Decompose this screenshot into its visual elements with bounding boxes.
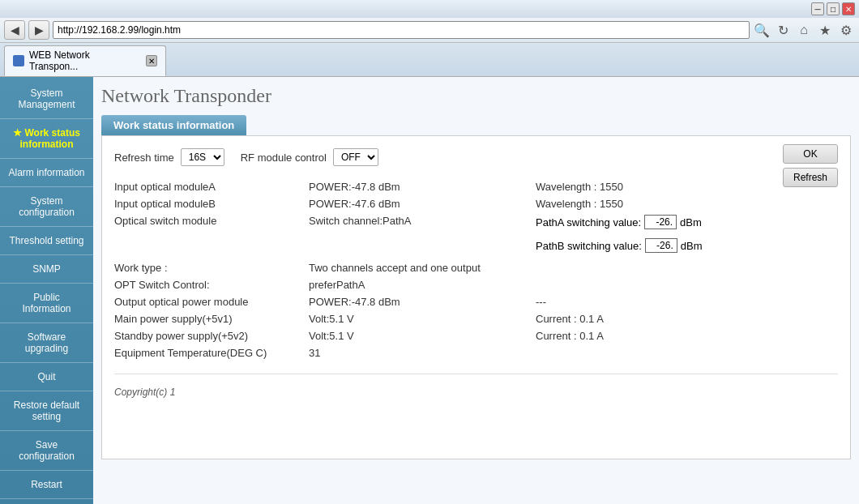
action-buttons-area: OK Refresh (783, 144, 838, 187)
title-bar: ─ □ ✕ (0, 0, 859, 18)
temp-label: Equipment Temperature(DEG C) (114, 347, 309, 359)
rf-module-label: RF module control (241, 152, 327, 164)
sidebar-item-restart[interactable]: Restart (0, 472, 93, 497)
sidebar-item-software[interactable]: Software upgrading (0, 325, 93, 361)
output-optical-value: POWER:-47.8 dBm (309, 296, 400, 308)
work-type-value: Two channels accept and one output (309, 262, 481, 274)
sidebar-item-quit[interactable]: Quit (0, 365, 93, 389)
main-power-value: Volt:5.1 V (309, 313, 354, 325)
output-optical-label: Output optical power module (114, 296, 309, 308)
refresh-button[interactable]: Refresh (783, 168, 838, 187)
sidebar-item-alarm[interactable]: Alarm information (0, 160, 93, 185)
refresh-browser-icon[interactable]: ↻ (774, 21, 792, 39)
back-button[interactable]: ◀ (4, 20, 25, 40)
content-body: Refresh time 8S 16S 32S 64S RF module co… (101, 135, 851, 459)
browser-tab-bar: WEB Network Transpon... ✕ (0, 43, 859, 76)
optical-b-value: POWER:-47.6 dBm (309, 198, 400, 210)
sidebar-item-threshold[interactable]: Threshold setting (0, 229, 93, 253)
standby-power-value: Volt:5.1 V (309, 330, 354, 342)
path-b-input[interactable] (645, 238, 677, 253)
wavelength-b-value: Wavelength : 1550 (536, 198, 623, 210)
refresh-time-select[interactable]: 8S 16S 32S 64S (181, 148, 224, 166)
opt-switch-value: preferPathA (309, 279, 365, 291)
row-standby-power: Standby power supply(+5v2) Volt:5.1 V Cu… (114, 327, 838, 344)
row-main-power: Main power supply(+5v1) Volt:5.1 V Curre… (114, 310, 838, 327)
path-b-label: PathB switching value: (536, 240, 642, 252)
tools-icon[interactable]: ⚙ (837, 21, 855, 39)
row-optical-b: Input optical moduleB POWER:-47.6 dBm Wa… (114, 195, 838, 212)
nav-bar: ◀ ▶ 🔍 ↻ ⌂ ★ ⚙ (0, 18, 859, 43)
main-power-current: Current : 0.1 A (536, 313, 604, 325)
wavelength-a-value: Wavelength : 1550 (536, 181, 623, 193)
sidebar-item-restore[interactable]: Restore default setting (0, 393, 93, 429)
optical-b-label: Input optical moduleB (114, 198, 309, 210)
home-icon[interactable]: ⌂ (795, 21, 813, 39)
divider (114, 374, 838, 374)
tab-favicon (13, 55, 24, 66)
row-work-type: Work type : Two channels accept and one … (114, 259, 838, 276)
info-table: Input optical moduleA POWER:-47.8 dBm Wa… (114, 178, 838, 361)
sidebar-item-system-config[interactable]: System configuration (0, 189, 93, 224)
tab-close-button[interactable]: ✕ (146, 55, 157, 66)
main-power-label: Main power supply(+5v1) (114, 313, 309, 325)
forward-button[interactable]: ▶ (28, 20, 49, 40)
sidebar-item-work-status[interactable]: ★ Work status information (0, 121, 93, 156)
page-title: Network Transponder (101, 85, 851, 107)
standby-power-label: Standby power supply(+5v2) (114, 330, 309, 342)
optical-a-label: Input optical moduleA (114, 181, 309, 193)
tab-label: WEB Network Transpon... (29, 49, 141, 72)
active-tab[interactable]: WEB Network Transpon... ✕ (4, 45, 166, 76)
work-type-label: Work type : (114, 262, 309, 274)
minimize-button[interactable]: ─ (811, 2, 824, 15)
work-status-tab[interactable]: Work status information (101, 115, 246, 135)
path-a-input[interactable] (644, 215, 677, 229)
optical-a-value: POWER:-47.8 dBm (309, 181, 400, 193)
sidebar-item-save[interactable]: Save configuration (0, 433, 93, 468)
rf-module-select[interactable]: OFF ON (333, 148, 378, 166)
maximize-button[interactable]: □ (827, 2, 840, 15)
row-output-optical: Output optical power module POWER:-47.8 … (114, 293, 838, 310)
row-switch: Optical switch module Switch channel:Pat… (114, 212, 838, 255)
optical-switch-label: Optical switch module (114, 215, 309, 227)
standby-power-current: Current : 0.1 A (536, 330, 604, 342)
temp-value: 31 (309, 347, 320, 359)
path-a-label: PathA switching value: (536, 216, 641, 229)
sidebar: System Management ★ Work status informat… (0, 77, 93, 504)
path-a-unit: dBm (680, 216, 702, 229)
content-tab-header: Work status information (101, 115, 851, 135)
row-opt-switch: OPT Switch Control: preferPathA (114, 276, 838, 293)
optical-switch-value: Switch channel:PathA (309, 215, 411, 227)
output-optical-right: --- (536, 296, 546, 308)
rf-module-group: RF module control OFF ON (241, 148, 378, 166)
sidebar-note: NOTE: Please save before restart (0, 501, 93, 504)
sidebar-item-system-management[interactable]: System Management (0, 81, 93, 117)
row-optical-a: Input optical moduleA POWER:-47.8 dBm Wa… (114, 178, 838, 195)
copyright-text: Copyright(c) 1 (114, 387, 838, 398)
opt-switch-label: OPT Switch Control: (114, 279, 309, 291)
search-icon[interactable]: 🔍 (753, 21, 771, 39)
refresh-time-label: Refresh time (114, 152, 174, 164)
sidebar-item-public-info[interactable]: Public Information (0, 285, 93, 321)
refresh-time-group: Refresh time 8S 16S 32S 64S (114, 148, 224, 166)
controls-row: Refresh time 8S 16S 32S 64S RF module co… (114, 148, 838, 166)
sidebar-item-snmp[interactable]: SNMP (0, 257, 93, 281)
content-area: Network Transponder Work status informat… (93, 77, 859, 504)
row-temperature: Equipment Temperature(DEG C) 31 (114, 344, 838, 361)
close-button[interactable]: ✕ (842, 2, 855, 15)
star-icon[interactable]: ★ (816, 21, 834, 39)
address-bar[interactable] (53, 21, 750, 39)
ok-button[interactable]: OK (783, 144, 838, 164)
path-b-unit: dBm (681, 240, 703, 252)
